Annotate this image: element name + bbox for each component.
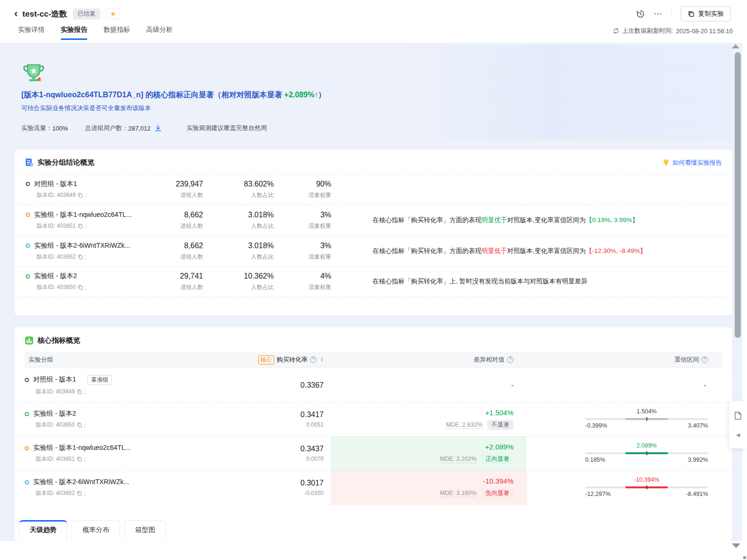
ratio-label: 人数占比: [203, 222, 274, 230]
version-id: 版本ID: 403652: [36, 489, 75, 497]
tab-experiment-detail[interactable]: 实验详情: [18, 26, 45, 40]
help-link-label: 如何看懂实验报告: [672, 159, 722, 167]
banner-subline: 可结合实际业务情况决策是否可全量发布该版本: [21, 104, 719, 112]
ci-tick: [646, 417, 647, 421]
tab-experiment-report[interactable]: 实验报告: [61, 26, 87, 40]
ci-info-icon[interactable]: ?: [701, 356, 708, 363]
group-name: 对照组 - 版本1: [34, 180, 77, 188]
copy-id-button[interactable]: [78, 254, 83, 260]
group-name: 实验组 - 版本2: [34, 272, 77, 280]
diff-placeholder: -: [511, 382, 514, 389]
users-count: 29,741: [168, 272, 203, 280]
copy-id-button[interactable]: [78, 285, 83, 290]
tab-data-metrics[interactable]: 数据指标: [103, 26, 130, 40]
group-conclusion: 在核心指标「购买转化率」上, 暂时没有发现当前版本与对照版本有明显差异: [373, 277, 721, 286]
history-button[interactable]: [636, 9, 645, 19]
metric-row-control: 对照组 - 版本1 基准组 版本ID: 403649 ; 0.3367 - -: [14, 368, 732, 402]
ratio-label: 人数占比: [203, 253, 274, 261]
version-id: 版本ID: 403650: [36, 421, 75, 429]
users-label: 进组人数: [168, 191, 203, 199]
group-marker-icon: [26, 274, 30, 279]
users-ratio: 83.602%: [203, 180, 274, 188]
core-badge: 核心: [258, 355, 274, 364]
mde-value[interactable]: MDE: 3.160%: [440, 490, 476, 497]
mde-value[interactable]: MDE: 2.632%: [446, 421, 482, 429]
traffic-weight: 90%: [274, 180, 331, 188]
scroll-down-arrow[interactable]: [732, 543, 740, 548]
resize-corner[interactable]: [743, 556, 746, 559]
ci-high: 3.992%: [688, 457, 708, 463]
headline-suffix: ）: [318, 91, 326, 99]
ratio-label: 人数占比: [203, 191, 274, 199]
conclusion-banner: [版本1-nqwlueo2c64TLB77D1A_n] 的核心指标正向显著（相对…: [21, 43, 719, 132]
notes-panel-button[interactable]: [734, 411, 742, 420]
ci-center-label: 2.089%: [636, 442, 656, 449]
collapse-arrow-icon: ◀: [736, 432, 740, 438]
group-row-variant2: 实验组 - 版本2 版本ID: 403650 ; 29,741进组人数 10.3…: [14, 266, 732, 297]
group-marker-icon: [26, 213, 30, 217]
back-icon[interactable]: ‹: [14, 9, 18, 19]
tab-box-plot[interactable]: 箱型图: [124, 520, 166, 540]
tab-daily-trend[interactable]: 天级趋势: [19, 520, 67, 540]
copy-icon: [78, 224, 83, 229]
group-name: 实验组 - 版本2-6iWntTXRiWZk...: [33, 478, 129, 486]
group-marker-icon: [25, 446, 29, 450]
users-label: 进组人数: [168, 222, 203, 230]
weight-label: 流量权重: [274, 283, 331, 291]
users-count: 8,662: [168, 211, 203, 219]
weight-label: 流量权重: [274, 222, 331, 230]
users-label: 进组人数: [168, 253, 203, 261]
copy-icon: [77, 422, 82, 428]
diff-info-icon[interactable]: ?: [507, 356, 514, 363]
traffic-weight: 3%: [274, 211, 331, 219]
group-marker-icon: [25, 412, 29, 416]
collapse-panel-button[interactable]: ◀: [736, 432, 740, 438]
copy-id-button[interactable]: [77, 389, 82, 394]
copy-experiment-button[interactable]: 复制实验: [681, 6, 731, 21]
ci-low: -0.399%: [585, 422, 607, 429]
users-ratio: 3.018%: [203, 242, 274, 250]
copy-id-button[interactable]: [77, 457, 82, 462]
group-name: 对照组 - 版本1: [33, 375, 76, 384]
ratio-label: 人数占比: [203, 283, 274, 291]
confidence-interval-bar: 2.089% 0.185%3.992%: [585, 442, 708, 465]
tab-probability-distribution[interactable]: 概率分布: [72, 520, 120, 540]
scrollbar-thumb[interactable]: [735, 52, 741, 338]
top-tabs: 实验详情 实验报告 数据指标 高级分析: [18, 21, 173, 40]
ci-tick: [646, 451, 647, 455]
users-count: 239,947: [168, 180, 203, 188]
help-link[interactable]: 如何看懂实验报告: [663, 159, 722, 167]
significance-badge: 负向显著: [481, 488, 514, 498]
more-button[interactable]: ⋯: [654, 11, 663, 16]
copy-id-button[interactable]: [78, 193, 83, 198]
sort-control[interactable]: ▲▼: [320, 357, 324, 363]
sync-icon[interactable]: [613, 28, 619, 34]
metric-info-icon[interactable]: ?: [310, 356, 317, 363]
group-marker-icon: [26, 182, 30, 186]
group-name: 实验组 - 版本1-nqwlueo2c64TL...: [34, 211, 131, 219]
scroll-up-arrow[interactable]: [732, 44, 739, 48]
copy-icon: [77, 389, 82, 394]
tab-advanced-analysis[interactable]: 高级分析: [146, 26, 173, 40]
download-icon: [154, 124, 162, 132]
copy-id-button[interactable]: [78, 224, 83, 229]
id-suffix: ;: [85, 223, 86, 229]
copy-id-button[interactable]: [77, 491, 82, 496]
diff-percent: -10.394%: [483, 477, 514, 485]
version-id: 版本ID: 403649: [37, 191, 76, 199]
download-button[interactable]: [154, 124, 162, 132]
group-conclusion: 在核心指标「购买转化率」方面的表现明显优于对照版本,变化率置信区间为【0.19%…: [373, 215, 721, 225]
copy-id-button[interactable]: [77, 422, 82, 428]
side-tools-panel: ◀: [729, 401, 747, 448]
copy-icon: [78, 254, 83, 260]
ci-placeholder: -: [585, 382, 708, 389]
mde-value[interactable]: MDE: 3.202%: [440, 456, 476, 463]
copy-icon: [688, 10, 695, 18]
id-suffix: ;: [84, 388, 85, 395]
favorite-star-button[interactable]: ★: [106, 8, 120, 19]
observation-note: 实验观测建议覆盖完整自然周: [187, 124, 267, 132]
version-id: 版本ID: 403652: [37, 253, 76, 261]
version-id: 版本ID: 403651: [37, 222, 76, 230]
metric-value: 0.3017: [196, 479, 324, 487]
users-ratio: 3.018%: [203, 211, 274, 219]
